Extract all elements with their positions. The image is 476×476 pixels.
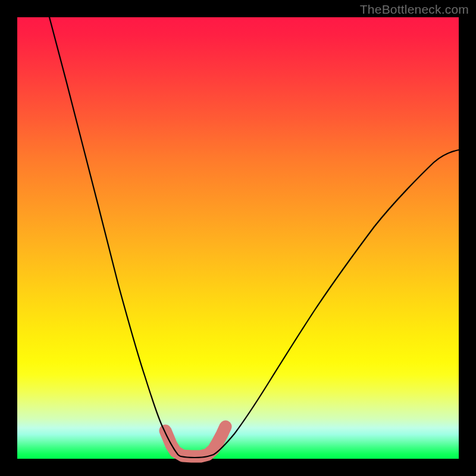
watermark-text: TheBottleneck.com [360, 2, 469, 17]
chart-frame: TheBottleneck.com [0, 0, 476, 476]
plot-area [17, 17, 459, 459]
chart-svg [17, 17, 459, 459]
left-curve [49, 17, 181, 456]
right-curve [208, 150, 459, 456]
